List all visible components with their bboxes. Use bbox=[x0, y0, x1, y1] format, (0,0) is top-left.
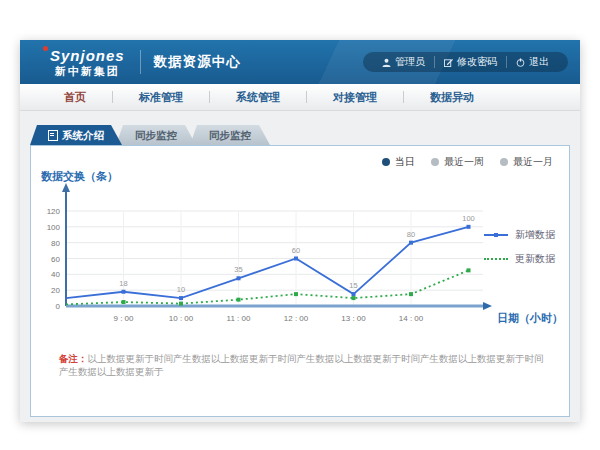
svg-text:35: 35 bbox=[234, 265, 242, 274]
svg-text:10: 10 bbox=[177, 285, 185, 294]
svg-text:80: 80 bbox=[407, 230, 415, 239]
svg-text:10 : 00: 10 : 00 bbox=[169, 314, 194, 323]
tab-sync-monitor-1[interactable]: 同步监控 bbox=[116, 125, 196, 145]
svg-text:日期（小时）: 日期（小时） bbox=[497, 312, 563, 325]
app-header: Synjones 新中新集团 数据资源中心 管理员 修改密码 退出 bbox=[20, 40, 580, 84]
nav-item-data-change[interactable]: 数据异动 bbox=[404, 84, 500, 110]
document-icon bbox=[48, 130, 58, 141]
change-password-label: 修改密码 bbox=[457, 55, 497, 69]
svg-text:80: 80 bbox=[51, 239, 60, 248]
logo-text-en: Synjones bbox=[50, 48, 125, 63]
svg-text:60: 60 bbox=[51, 255, 60, 264]
legend-item-new-data: 新增数据 bbox=[484, 228, 555, 242]
svg-text:40: 40 bbox=[51, 270, 60, 279]
radio-dot-icon bbox=[431, 158, 439, 166]
tab-bar: 系统介绍 同步监控 同步监控 bbox=[30, 125, 570, 145]
person-icon bbox=[382, 58, 391, 67]
radio-dot-icon bbox=[382, 158, 390, 166]
current-user-button[interactable]: 管理员 bbox=[373, 55, 434, 69]
current-user-label: 管理员 bbox=[395, 55, 425, 69]
logout-button[interactable]: 退出 bbox=[507, 55, 558, 69]
tab-label: 同步监控 bbox=[135, 125, 177, 145]
filter-label: 当日 bbox=[395, 155, 415, 169]
svg-text:15: 15 bbox=[349, 281, 357, 290]
nav-item-system-mgmt[interactable]: 系统管理 bbox=[210, 84, 306, 110]
series-legend: 新增数据 更新数据 bbox=[484, 228, 555, 266]
y-axis-title: 数据交换（条） bbox=[41, 169, 118, 184]
main-nav: 首页 标准管理 系统管理 对接管理 数据异动 bbox=[20, 84, 580, 111]
filter-last-week[interactable]: 最近一周 bbox=[431, 155, 484, 169]
tab-label: 系统介绍 bbox=[62, 125, 104, 145]
logo-text-cn: 新中新集团 bbox=[55, 66, 120, 77]
time-range-filter: 当日 最近一周 最近一月 bbox=[382, 155, 553, 169]
filter-today[interactable]: 当日 bbox=[382, 155, 415, 169]
logout-label: 退出 bbox=[529, 55, 549, 69]
svg-text:9 : 00: 9 : 00 bbox=[113, 314, 134, 323]
logo-red-dot-icon bbox=[43, 46, 48, 51]
svg-text:100: 100 bbox=[47, 223, 61, 232]
filter-last-month[interactable]: 最近一月 bbox=[500, 155, 553, 169]
radio-dot-icon bbox=[500, 158, 508, 166]
change-password-button[interactable]: 修改密码 bbox=[435, 55, 506, 69]
svg-text:14 : 00: 14 : 00 bbox=[399, 314, 424, 323]
power-icon bbox=[516, 58, 525, 67]
svg-text:0: 0 bbox=[56, 302, 61, 311]
portal-page: Synjones 新中新集团 数据资源中心 管理员 修改密码 退出 bbox=[20, 40, 580, 422]
filter-label: 最近一月 bbox=[513, 155, 553, 169]
tab-system-intro[interactable]: 系统介绍 bbox=[30, 125, 122, 145]
nav-item-home[interactable]: 首页 bbox=[38, 84, 112, 110]
nav-item-standard-mgmt[interactable]: 标准管理 bbox=[113, 84, 209, 110]
filter-label: 最近一周 bbox=[444, 155, 484, 169]
company-logo: Synjones 新中新集团 bbox=[50, 48, 125, 77]
svg-text:13 : 00: 13 : 00 bbox=[341, 314, 366, 323]
tab-label: 同步监控 bbox=[209, 125, 251, 145]
user-toolbar: 管理员 修改密码 退出 bbox=[363, 52, 568, 72]
green-dotted-swatch-icon bbox=[484, 258, 508, 260]
svg-text:120: 120 bbox=[47, 207, 61, 216]
svg-text:20: 20 bbox=[51, 286, 60, 295]
screenshot-canvas: Synjones 新中新集团 数据资源中心 管理员 修改密码 退出 bbox=[0, 0, 600, 450]
svg-text:12 : 00: 12 : 00 bbox=[284, 314, 309, 323]
svg-text:60: 60 bbox=[292, 246, 300, 255]
legend-item-update-data: 更新数据 bbox=[484, 252, 555, 266]
edit-icon bbox=[444, 58, 453, 67]
legend-label: 更新数据 bbox=[515, 252, 555, 266]
footnote: 备注：以上数据更新于时间产生数据以上数据更新于时间产生数据以上数据更新于时间产生… bbox=[59, 352, 549, 379]
svg-text:18: 18 bbox=[119, 279, 127, 288]
header-divider bbox=[140, 50, 141, 74]
legend-label: 新增数据 bbox=[515, 228, 555, 242]
svg-text:11 : 00: 11 : 00 bbox=[227, 314, 251, 323]
chart-panel: 当日 最近一周 最近一月 数据交换（条） 0204060801001209 : … bbox=[30, 145, 570, 417]
footnote-prefix: 备注： bbox=[59, 353, 88, 364]
tab-sync-monitor-2[interactable]: 同步监控 bbox=[190, 125, 270, 145]
content-area: 系统介绍 同步监控 同步监控 当日 最近一周 bbox=[20, 111, 580, 417]
blue-line-swatch-icon bbox=[484, 234, 508, 236]
svg-text:100: 100 bbox=[462, 214, 475, 223]
nav-item-interface-mgmt[interactable]: 对接管理 bbox=[307, 84, 403, 110]
app-title: 数据资源中心 bbox=[154, 53, 241, 71]
footnote-text: 以上数据更新于时间产生数据以上数据更新于时间产生数据以上数据更新于时间产生数据以… bbox=[59, 353, 544, 377]
